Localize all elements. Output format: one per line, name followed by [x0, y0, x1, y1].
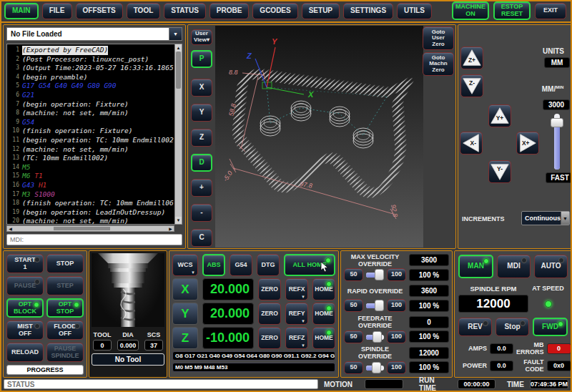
spindle-fwd-button[interactable]: FWD [533, 318, 568, 336]
override-max-button[interactable]: 100 [387, 330, 406, 343]
override-max-button[interactable]: 100 [387, 299, 406, 312]
increments-combo[interactable]: Continuous ▼ [521, 211, 570, 225]
scroll-up-icon[interactable]: ▲ [175, 44, 182, 52]
override-min-button[interactable]: 50 [344, 330, 363, 343]
mdi-mode-button[interactable]: MDI [497, 255, 531, 278]
override-max-button[interactable]: 100 [387, 361, 406, 374]
menu-file[interactable]: FILE [42, 3, 72, 19]
menu-gcodes[interactable]: GCODES [252, 3, 297, 19]
jog-x-plus-button[interactable]: X+ [516, 132, 539, 155]
jog-speed-slider[interactable] [547, 114, 567, 170]
zero-y-button[interactable]: ZERO [258, 303, 281, 325]
exit-button[interactable]: EXIT [535, 3, 566, 19]
menu-probe[interactable]: PROBE [209, 3, 250, 19]
ref-y-button[interactable]: REFY▼ [285, 303, 308, 325]
jog-feed-value: 3000 [543, 99, 570, 110]
jog-y-plus-button[interactable]: Y+ [488, 104, 511, 127]
spindle-rev-button[interactable]: REV [458, 318, 492, 336]
abs-button[interactable]: ABS [202, 254, 225, 276]
override-min-button[interactable]: 50 [344, 361, 363, 374]
view-button-c[interactable]: C [191, 229, 212, 247]
jog-z-plus-button[interactable]: Z+ [460, 46, 483, 69]
view-button-user-view[interactable]: User View▾ [191, 29, 212, 45]
view-button-y[interactable]: Y [191, 104, 212, 122]
reload-button[interactable]: RELOAD [6, 343, 44, 362]
dtg-button[interactable]: DTG [257, 254, 280, 276]
g54-button[interactable]: G54 [230, 254, 252, 276]
override-max-button[interactable]: 100 [387, 268, 406, 281]
scroll-left-icon[interactable]: ◀ [7, 226, 14, 231]
slider-handle[interactable] [373, 331, 382, 343]
jog-y-minus-button[interactable]: Y- [488, 160, 511, 183]
led-indicator [326, 330, 332, 335]
ref-z-button[interactable]: REFZ▼ [285, 327, 308, 349]
axis-x-value: 20.000 [202, 278, 254, 300]
stop-button[interactable]: STOP [46, 254, 84, 273]
file-select-combo[interactable]: No File Loaded ▼ [6, 27, 182, 41]
opt-stop-button[interactable]: OPT STOP [46, 298, 84, 318]
menu-setup[interactable]: SETUP [302, 3, 340, 19]
man-mode-button[interactable]: MAN [458, 255, 493, 278]
horizontal-scrollbar[interactable]: ◀ ▶ [6, 225, 174, 232]
chevron-down-icon[interactable]: ▼ [169, 28, 182, 40]
view-button-strip: User View▾PXYZD+-C [188, 25, 215, 248]
view-button-d[interactable]: D [191, 154, 212, 172]
zero-z-button[interactable]: ZERO [258, 327, 281, 349]
view-button-p[interactable]: P [191, 50, 212, 68]
override-min-button[interactable]: 50 [344, 299, 363, 312]
scrollbar-thumb[interactable] [176, 52, 181, 89]
home-y-button[interactable]: HOME [312, 303, 335, 325]
all-home-button[interactable]: ALL HOME [284, 254, 335, 276]
view-button-plus[interactable]: + [191, 179, 212, 197]
override-slider[interactable] [366, 268, 384, 281]
flood-off-button[interactable]: FLOOD OFF [46, 320, 84, 340]
home-z-button[interactable]: HOME [312, 327, 335, 349]
start-1-button[interactable]: START 1 [6, 254, 44, 273]
mist-off-button[interactable]: MIST OFF [6, 320, 44, 340]
opt-block-button[interactable]: OPT BLOCK [6, 298, 44, 318]
status-message-field[interactable] [4, 379, 318, 389]
menu-utils[interactable]: UTILS [397, 3, 432, 19]
gcode-editor[interactable]: 1(Exported by FreeCAD)2(Post Processor: … [6, 44, 182, 225]
line-number: 19 [7, 208, 19, 217]
menu-tool[interactable]: TOOL [127, 3, 161, 19]
mdi-input[interactable] [6, 234, 182, 245]
zero-x-button[interactable]: ZERO [258, 278, 281, 300]
menu-main[interactable]: MAIN [4, 3, 39, 19]
ref-x-button[interactable]: REFX▼ [285, 278, 308, 300]
scrollbar-thumb[interactable] [54, 227, 110, 230]
slider-handle[interactable] [551, 118, 563, 127]
wcs-button[interactable]: WCS▼ [172, 254, 198, 276]
view-button-[interactable]: - [191, 204, 212, 222]
jog-x-minus-button[interactable]: X- [460, 132, 483, 155]
line-number: 18 [7, 199, 19, 208]
view-button-x[interactable]: X [191, 79, 212, 97]
override-min-button[interactable]: 50 [344, 268, 363, 281]
led-indicator [521, 258, 527, 263]
jog-z-minus-button[interactable]: Z- [460, 74, 483, 97]
view-button-z[interactable]: Z [191, 129, 212, 147]
override-slider[interactable] [366, 299, 384, 312]
menu-status[interactable]: STATUS [164, 3, 206, 19]
vertical-scrollbar[interactable]: ▲ ▼ [174, 44, 182, 224]
goto-button-goto-machn-zero[interactable]: Goto Machn Zero [423, 52, 454, 76]
goto-button-goto-user-zero[interactable]: Goto User Zero [423, 26, 454, 50]
home-x-button[interactable]: HOME [312, 278, 335, 300]
slider-handle[interactable] [372, 362, 381, 373]
slider-handle[interactable] [375, 300, 384, 311]
rapid-override-value: 3600 [409, 285, 449, 297]
estop-reset-button[interactable]: ESTOP RESET [493, 1, 531, 20]
gcode-text: (begin preamble) [22, 73, 88, 82]
chevron-down-icon[interactable]: ▼ [561, 212, 569, 225]
scroll-down-icon[interactable]: ▼ [175, 217, 182, 224]
slider-handle[interactable] [375, 269, 384, 280]
menu-settings[interactable]: SETTINGS [343, 3, 393, 19]
backplot-view[interactable]: X Y Z 8.8 58.8 -5.0 97.8 92.8 [215, 26, 423, 248]
auto-mode-button[interactable]: AUTO [534, 255, 568, 278]
override-slider[interactable] [366, 330, 384, 343]
scroll-right-icon[interactable]: ▶ [167, 226, 174, 231]
spindle-stop-button[interactable]: Stop [495, 318, 529, 336]
override-slider[interactable] [366, 361, 384, 374]
menu-offsets[interactable]: OFFSETS [76, 3, 123, 19]
machine-on-button[interactable]: MACHINE ON [452, 1, 489, 20]
